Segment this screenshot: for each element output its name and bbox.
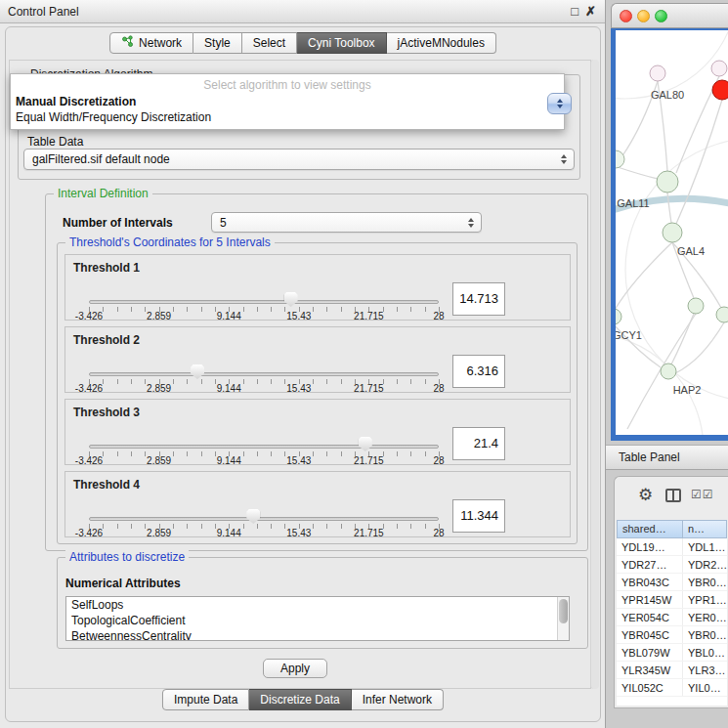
network-node[interactable] <box>616 150 624 168</box>
threshold-slider-track[interactable] <box>89 517 439 521</box>
minimize-traffic-light-icon[interactable] <box>637 10 650 22</box>
table-header-row: shared… n… <box>617 520 727 538</box>
tab-infer-network[interactable]: Infer Network <box>352 689 444 710</box>
table-cell: YLR3… <box>683 662 727 678</box>
panel-scrollbar[interactable] <box>590 60 599 689</box>
slider-scale-label: 2.859 <box>147 455 171 466</box>
network-node-label: GAL80 <box>651 89 684 101</box>
column-header-name[interactable]: n… <box>683 520 727 538</box>
list-scrollbar[interactable] <box>557 597 569 640</box>
network-edge <box>618 167 658 179</box>
slider-scale-label: 28 <box>433 455 444 466</box>
minimize-icon[interactable]: □ <box>571 4 578 19</box>
number-of-intervals-combobox[interactable]: 5 <box>211 212 482 233</box>
table-row[interactable]: YBR045CYBR0… <box>617 626 727 644</box>
tab-select[interactable]: Select <box>242 32 297 54</box>
select-columns-icons[interactable]: ☑☑ <box>691 488 714 501</box>
slider-scale-label: 9.144 <box>217 528 241 538</box>
column-header-shared-name[interactable]: shared… <box>617 520 683 538</box>
table-panel-window: ⚙ ☑☑ shared… n… YDL19…YDL1…YDR27…YDR2…YB… <box>614 476 728 708</box>
table-row[interactable]: YDR27…YDR2… <box>617 556 727 574</box>
table-row[interactable]: YLR345WYLR3… <box>617 662 727 679</box>
network-node[interactable] <box>716 307 728 322</box>
tab-impute-data[interactable]: Impute Data <box>162 689 249 710</box>
network-node[interactable] <box>650 65 665 81</box>
table-data-combobox[interactable]: galFiltered.sif default node <box>23 149 575 170</box>
close-icon[interactable]: ✗ <box>585 4 596 19</box>
zoom-traffic-light-icon[interactable] <box>655 10 667 22</box>
number-of-intervals-value: 5 <box>220 216 227 230</box>
table-body: YDL19…YDL1…YDR27…YDR2…YBR043CYBR0…YPR145… <box>617 538 727 697</box>
slider-scale-label: 21.715 <box>354 311 384 321</box>
network-node[interactable] <box>616 309 621 324</box>
slider-scale-label: 2.859 <box>147 528 171 538</box>
threshold-slider-track[interactable] <box>89 300 439 304</box>
network-node[interactable] <box>712 80 728 100</box>
threshold-value-input[interactable]: 21.4 <box>452 427 505 460</box>
attribute-item[interactable]: BetweennessCentrality <box>66 628 569 641</box>
table-cell: YBR0… <box>683 626 727 643</box>
network-canvas[interactable]: GAL80GAL11GAL4GCY1HAP2 <box>616 30 728 435</box>
tab-cyni-toolbox[interactable]: Cyni Toolbox <box>297 32 386 54</box>
list-scrollbar-thumb[interactable] <box>559 599 568 623</box>
algorithm-option-equal-width[interactable]: Equal Width/Frequency Discretization <box>11 109 564 125</box>
slider-scale: -3.4262.8599.14415.4321.71528 <box>89 528 439 539</box>
tab-label: Cyni Toolbox <box>308 36 374 50</box>
network-node[interactable] <box>711 61 727 76</box>
threshold-slider-thumb[interactable] <box>284 292 298 307</box>
apply-button[interactable]: Apply <box>263 659 327 678</box>
network-node[interactable] <box>663 223 682 242</box>
threshold-slider-track[interactable] <box>89 372 439 376</box>
table-cell: YDR2… <box>683 556 727 573</box>
threshold-slider-thumb[interactable] <box>359 437 372 451</box>
table-cell: YDR27… <box>617 556 683 573</box>
slider-scale-label: -3.426 <box>75 528 103 538</box>
algorithm-combobox-stepper[interactable] <box>547 93 572 114</box>
slider-scale-label: 28 <box>433 528 444 538</box>
network-node[interactable] <box>657 171 678 193</box>
table-row[interactable]: YBR043CYBR0… <box>617 574 727 591</box>
slider-scale-label: 21.715 <box>354 455 384 466</box>
number-of-intervals-label: Number of Intervals <box>63 216 173 230</box>
window-title: Control Panel <box>8 5 79 19</box>
tab-label: Select <box>253 36 285 50</box>
slider-scale-label: 15.43 <box>286 383 311 394</box>
threshold-value-input[interactable]: 14.713 <box>452 282 505 316</box>
algorithm-option-manual[interactable]: Manual Discretization <box>11 94 564 109</box>
close-traffic-light-icon[interactable] <box>620 10 632 22</box>
attribute-item[interactable]: SelfLoops <box>66 597 569 613</box>
threshold-label: Threshold 3 <box>73 406 140 419</box>
table-row[interactable]: YPR145WYPR1… <box>617 591 727 609</box>
threshold-slider-thumb[interactable] <box>191 364 204 379</box>
columns-icon[interactable] <box>665 489 681 502</box>
tab-label: Style <box>204 36 231 50</box>
attribute-item[interactable]: TopologicalCoefficient <box>66 613 569 628</box>
table-cell: YLR345W <box>617 662 683 678</box>
network-node[interactable] <box>661 364 676 379</box>
slider-scale-label: -3.426 <box>75 383 103 394</box>
network-node-label: GCY1 <box>616 329 642 341</box>
table-row[interactable]: YBL079WYBL0… <box>617 644 727 662</box>
threshold-value-input[interactable]: 11.344 <box>452 499 505 533</box>
threshold-slider-track[interactable] <box>89 445 439 449</box>
table-row[interactable]: YER054CYER0… <box>617 609 727 626</box>
tab-style[interactable]: Style <box>193 32 242 54</box>
tab-discretize-data[interactable]: Discretize Data <box>249 689 351 710</box>
threshold-slider-thumb[interactable] <box>246 509 260 524</box>
network-node[interactable] <box>688 298 704 314</box>
network-node-label: GAL4 <box>677 245 705 257</box>
tab-network[interactable]: Network <box>109 32 193 54</box>
table-row[interactable]: YIL052CYIL0… <box>617 679 727 697</box>
chevron-updown-icon <box>561 154 567 164</box>
tab-jactivemnodules[interactable]: jActiveMNodules <box>387 32 496 54</box>
threshold-value-input[interactable]: 6.316 <box>452 355 505 388</box>
slider-scale-label: 28 <box>433 383 444 394</box>
cyni-toolbox-content: Discretization Algorithm Table Data galF… <box>9 60 591 689</box>
numerical-attributes-list[interactable]: SelfLoopsTopologicalCoefficientBetweenne… <box>65 596 570 641</box>
table-panel-header: Table Panel <box>606 445 728 470</box>
network-node-label: HAP2 <box>673 384 702 396</box>
control-panel-tabbar: Network Style Select Cyni Toolbox jActiv… <box>109 32 496 54</box>
table-cell: YER054C <box>617 609 683 625</box>
table-row[interactable]: YDL19…YDL1… <box>617 538 727 556</box>
gear-icon[interactable]: ⚙ <box>638 485 653 505</box>
